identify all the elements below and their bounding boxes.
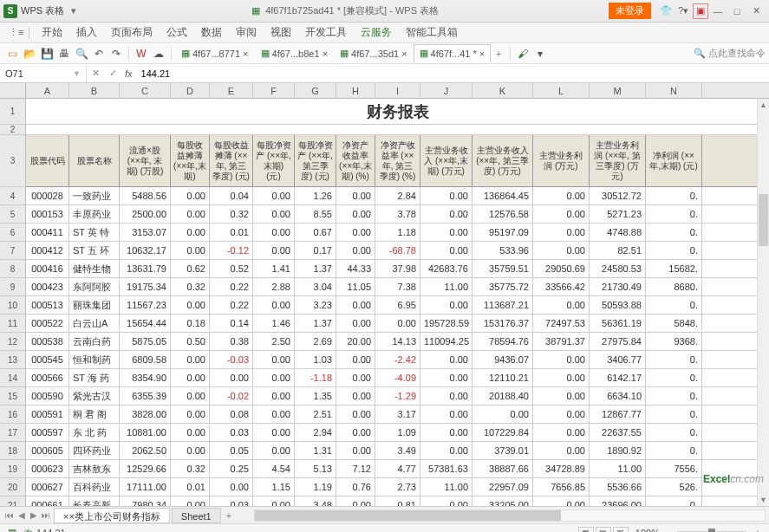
cell[interactable]: 42683.76 — [420, 260, 472, 277]
cell[interactable]: 长春高新 — [69, 496, 120, 506]
command-search[interactable]: 🔍 点此查找命令 — [694, 47, 766, 60]
cell[interactable]: 7556. — [646, 460, 702, 477]
cell[interactable]: 0.00 — [253, 442, 295, 459]
cell[interactable]: 000590 — [26, 387, 69, 405]
cell[interactable]: 0.00 — [171, 496, 210, 506]
menu-smart-toolbox[interactable]: 智能工具箱 — [399, 25, 465, 40]
cell[interactable]: 14.13 — [375, 333, 420, 350]
cell[interactable]: 0.00 — [171, 205, 210, 223]
cell[interactable]: 0. — [646, 387, 702, 405]
row-header[interactable]: 5 — [0, 205, 25, 224]
cell[interactable]: 000411 — [26, 224, 69, 241]
help-icon[interactable]: ?▾ — [675, 3, 691, 19]
cell[interactable]: 82.51 — [590, 242, 646, 259]
table-row[interactable]: 000522白云山A15654.440.180.141.461.370.000.… — [26, 315, 769, 333]
cell[interactable]: 恒和制药 — [69, 351, 120, 368]
table-row[interactable]: 000566ST 海 药8354.900.000.000.00-1.180.00… — [26, 369, 769, 387]
cell[interactable]: 0.00 — [336, 424, 375, 441]
cell[interactable]: 0.00 — [253, 369, 295, 386]
menu-start[interactable]: 开始 — [35, 25, 69, 40]
add-tab-button[interactable]: + — [491, 49, 506, 59]
cell[interactable]: 000566 — [26, 369, 69, 386]
cell[interactable]: 12576.58 — [472, 205, 533, 223]
redo-icon[interactable]: ↷ — [108, 45, 125, 62]
formula-input[interactable] — [136, 68, 769, 79]
cell[interactable]: 0.38 — [210, 333, 253, 350]
row-header[interactable]: 13 — [0, 351, 25, 369]
cell[interactable]: 000591 — [26, 405, 69, 423]
cell[interactable]: 0.00 — [253, 296, 295, 314]
cell[interactable]: 000028 — [26, 187, 69, 204]
cell[interactable]: 0.00 — [171, 387, 210, 405]
cell[interactable]: 0.00 — [253, 187, 295, 204]
ribbon-collapse-icon[interactable]: ▣ — [693, 3, 708, 19]
cell[interactable]: 12867.77 — [590, 405, 646, 423]
cell[interactable]: 2.88 — [253, 278, 295, 295]
cell[interactable]: 0.25 — [210, 460, 253, 477]
status-eye-icon[interactable]: 👁 — [21, 527, 35, 533]
cell[interactable]: 2500.00 — [120, 205, 171, 223]
row-header[interactable]: 17 — [0, 424, 25, 442]
row-header[interactable]: 16 — [0, 405, 25, 424]
cell[interactable]: -1.18 — [295, 369, 336, 386]
cell[interactable]: 0.00 — [253, 351, 295, 368]
menu-formula[interactable]: 公式 — [160, 25, 194, 40]
cell[interactable]: 1.09 — [375, 424, 420, 441]
maximize-button[interactable]: □ — [727, 3, 746, 19]
sheet-nav-prev-icon[interactable]: ◀ — [16, 509, 28, 522]
cell[interactable]: 10632.17 — [120, 242, 171, 259]
cell[interactable]: 0. — [646, 424, 702, 441]
cell[interactable]: 0.00 — [171, 242, 210, 259]
cell[interactable]: 吉林敖东 — [69, 460, 120, 477]
sheet-nav-next-icon[interactable]: ▶ — [28, 509, 40, 522]
doc-tab-2[interactable]: ▦4f67...b8e1 × — [255, 44, 335, 63]
scroll-down-icon[interactable]: ▼ — [758, 494, 769, 506]
cell[interactable]: 000412 — [26, 242, 69, 259]
doc-tab-1[interactable]: ▦4f67...8771 × — [175, 44, 255, 63]
row-header[interactable]: 8 — [0, 260, 25, 278]
cell[interactable]: 37.98 — [375, 260, 420, 277]
cell[interactable]: 0.32 — [210, 205, 253, 223]
cells-area[interactable]: 财务报表 股票代码 股票名称 流通×股 (××年, 末期) (万股) 每股收益摊… — [26, 99, 769, 506]
cell[interactable]: 38887.66 — [472, 460, 533, 477]
cell[interactable]: 4.54 — [253, 460, 295, 477]
doc-tab-4[interactable]: ▦4f67f...41 * × — [414, 44, 492, 63]
cell[interactable]: 2062.50 — [120, 442, 171, 459]
print-icon[interactable]: 🖶 — [55, 45, 73, 62]
zoom-level[interactable]: 100% — [635, 528, 660, 533]
cell[interactable]: 000513 — [26, 296, 69, 314]
name-box[interactable]: O71 ▼ — [0, 64, 87, 82]
cell[interactable]: 33205.00 — [472, 496, 533, 506]
row-header[interactable]: 21 — [0, 496, 25, 506]
cell[interactable]: 000153 — [26, 205, 69, 223]
spreadsheet-grid[interactable]: A B C D E F G H I J K L M N 1 2 3 4 5 6 … — [0, 83, 769, 506]
col-header[interactable]: A — [26, 83, 69, 98]
cell[interactable]: 0.00 — [336, 405, 375, 423]
sheet-tab[interactable]: Sheet1 — [172, 508, 221, 523]
cell[interactable]: 35775.72 — [472, 278, 533, 295]
cell[interactable]: 5.13 — [295, 460, 336, 477]
cell[interactable]: 24580.53 — [590, 260, 646, 277]
menu-insert[interactable]: 插入 — [69, 25, 104, 40]
cell[interactable]: 35759.51 — [472, 260, 533, 277]
cell[interactable]: 0.81 — [375, 496, 420, 506]
add-sheet-button[interactable]: + — [221, 510, 237, 521]
cell[interactable]: 0.00 — [210, 369, 253, 386]
col-header[interactable]: L — [533, 83, 590, 98]
row-header[interactable]: 4 — [0, 187, 25, 205]
cell[interactable]: 0.00 — [420, 442, 472, 459]
table-row[interactable]: 000605四环药业2062.500.000.050.001.310.003.4… — [26, 442, 769, 460]
cell[interactable]: 27975.84 — [590, 333, 646, 350]
cell[interactable]: 0.00 — [420, 387, 472, 405]
cell[interactable]: 0.00 — [533, 442, 590, 459]
minimize-button[interactable]: — — [708, 3, 727, 19]
cell[interactable]: 1.46 — [253, 315, 295, 332]
cell[interactable]: 0.00 — [253, 205, 295, 223]
cell[interactable]: 0.22 — [210, 278, 253, 295]
col-header[interactable]: M — [590, 83, 646, 98]
cell[interactable]: 0.00 — [171, 187, 210, 204]
cell[interactable]: 云南白药 — [69, 333, 120, 350]
view-page-icon[interactable]: ▤ — [596, 527, 611, 533]
open-icon[interactable]: 📂 — [21, 45, 38, 62]
cell[interactable]: 2.94 — [295, 424, 336, 441]
